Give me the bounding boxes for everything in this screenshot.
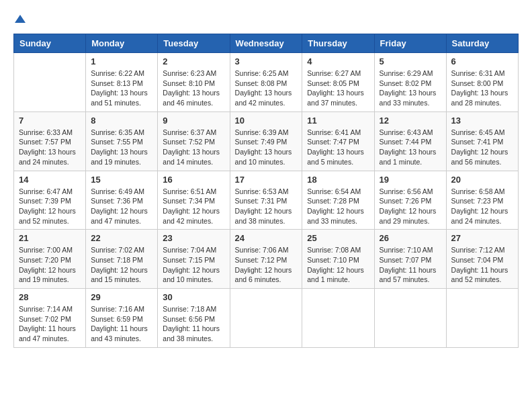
day-info-line: Sunrise: 6:23 AM bbox=[163, 69, 216, 77]
day-info-line: Sunset: 8:02 PM bbox=[380, 79, 432, 87]
day-info-line: and 29 minutes. bbox=[380, 217, 430, 225]
day-info-line: Sunset: 7:31 PM bbox=[235, 197, 287, 205]
day-info-line: Sunset: 7:12 PM bbox=[235, 256, 287, 264]
day-info: Sunrise: 6:25 AMSunset: 8:08 PMDaylight:… bbox=[235, 68, 298, 108]
day-info: Sunrise: 6:29 AMSunset: 8:02 PMDaylight:… bbox=[380, 68, 441, 108]
day-info-line: and 57 minutes. bbox=[380, 275, 430, 283]
day-info-line: Sunset: 7:07 PM bbox=[380, 256, 432, 264]
day-info-line: Daylight: 13 hours bbox=[91, 89, 148, 97]
day-info: Sunrise: 6:51 AMSunset: 7:34 PMDaylight:… bbox=[163, 187, 224, 226]
day-info-line: Daylight: 13 hours bbox=[235, 148, 292, 156]
day-info-line: Sunrise: 7:12 AM bbox=[451, 246, 505, 254]
day-info-line: Daylight: 12 hours bbox=[235, 266, 292, 274]
day-info-line: Sunset: 6:56 PM bbox=[163, 315, 215, 323]
day-info-line: Daylight: 12 hours bbox=[91, 207, 148, 215]
calendar-cell bbox=[14, 53, 86, 112]
day-info-line: Sunset: 7:52 PM bbox=[163, 138, 215, 146]
day-info-line: Daylight: 12 hours bbox=[163, 266, 220, 274]
calendar-cell: 18Sunrise: 6:54 AMSunset: 7:28 PMDayligh… bbox=[302, 171, 374, 230]
day-info-line: Sunrise: 7:10 AM bbox=[380, 246, 433, 254]
day-info-line: and 6 minutes. bbox=[235, 275, 281, 283]
day-info: Sunrise: 7:06 AMSunset: 7:12 PMDaylight:… bbox=[235, 245, 298, 285]
day-info-line: Daylight: 12 hours bbox=[235, 207, 292, 215]
calendar-cell bbox=[446, 289, 518, 348]
day-info: Sunrise: 6:45 AMSunset: 7:41 PMDaylight:… bbox=[451, 128, 513, 167]
day-number: 9 bbox=[163, 116, 224, 126]
day-info-line: Daylight: 12 hours bbox=[380, 207, 437, 215]
day-info: Sunrise: 6:58 AMSunset: 7:23 PMDaylight:… bbox=[451, 187, 513, 226]
day-info-line: Sunset: 8:08 PM bbox=[235, 79, 287, 87]
calendar-cell: 28Sunrise: 7:14 AMSunset: 7:02 PMDayligh… bbox=[14, 289, 86, 348]
day-info-line: Sunrise: 6:33 AM bbox=[19, 128, 73, 136]
calendar-cell: 9Sunrise: 6:37 AMSunset: 7:52 PMDaylight… bbox=[158, 111, 230, 171]
day-info-line: and 42 minutes. bbox=[235, 99, 285, 107]
day-info: Sunrise: 6:35 AMSunset: 7:55 PMDaylight:… bbox=[91, 128, 152, 167]
calendar-week-3: 14Sunrise: 6:47 AMSunset: 7:39 PMDayligh… bbox=[14, 171, 519, 230]
day-info-line: Daylight: 12 hours bbox=[91, 266, 148, 274]
calendar-week-4: 21Sunrise: 7:00 AMSunset: 7:20 PMDayligh… bbox=[14, 230, 519, 289]
day-info-line: and 33 minutes. bbox=[307, 217, 357, 225]
calendar-cell: 16Sunrise: 6:51 AMSunset: 7:34 PMDayligh… bbox=[158, 171, 230, 230]
day-info-line: Sunset: 8:10 PM bbox=[163, 79, 215, 87]
day-number: 25 bbox=[307, 233, 369, 243]
page-header bbox=[13, 13, 519, 27]
day-number: 6 bbox=[451, 56, 513, 66]
day-info-line: Sunset: 7:18 PM bbox=[91, 256, 143, 264]
day-info: Sunrise: 6:43 AMSunset: 7:44 PMDaylight:… bbox=[380, 128, 441, 167]
day-info: Sunrise: 7:18 AMSunset: 6:56 PMDaylight:… bbox=[163, 304, 224, 344]
day-info-line: and 47 minutes. bbox=[19, 334, 69, 342]
calendar-cell: 22Sunrise: 7:02 AMSunset: 7:18 PMDayligh… bbox=[86, 230, 158, 289]
day-info-line: Sunset: 7:57 PM bbox=[19, 138, 71, 146]
calendar-cell: 25Sunrise: 7:08 AMSunset: 7:10 PMDayligh… bbox=[302, 230, 374, 289]
day-info-line: Daylight: 13 hours bbox=[91, 148, 148, 156]
day-info-line: Sunrise: 7:18 AM bbox=[163, 305, 216, 313]
day-info-line: and 38 minutes. bbox=[235, 217, 285, 225]
day-info-line: Sunrise: 7:04 AM bbox=[163, 246, 216, 254]
calendar-cell: 29Sunrise: 7:16 AMSunset: 6:59 PMDayligh… bbox=[86, 289, 158, 348]
day-info: Sunrise: 6:47 AMSunset: 7:39 PMDaylight:… bbox=[19, 187, 81, 226]
day-info-line: Daylight: 12 hours bbox=[307, 266, 364, 274]
calendar-cell: 11Sunrise: 6:41 AMSunset: 7:47 PMDayligh… bbox=[302, 111, 374, 171]
calendar-cell: 6Sunrise: 6:31 AMSunset: 8:00 PMDaylight… bbox=[446, 53, 518, 112]
day-info-line: Sunrise: 6:58 AM bbox=[451, 187, 505, 195]
logo-icon bbox=[15, 13, 26, 24]
day-number: 2 bbox=[163, 56, 224, 66]
day-info-line: and 42 minutes. bbox=[163, 217, 213, 225]
day-number: 12 bbox=[380, 116, 441, 126]
day-info: Sunrise: 7:02 AMSunset: 7:18 PMDaylight:… bbox=[91, 245, 152, 285]
day-info: Sunrise: 6:37 AMSunset: 7:52 PMDaylight:… bbox=[163, 128, 224, 167]
day-info-line: and 56 minutes. bbox=[451, 158, 502, 166]
day-info: Sunrise: 7:10 AMSunset: 7:07 PMDaylight:… bbox=[380, 245, 441, 285]
day-info-line: Sunset: 7:02 PM bbox=[19, 315, 71, 323]
day-info-line: Sunset: 7:36 PM bbox=[91, 197, 143, 205]
day-info-line: Sunrise: 6:27 AM bbox=[307, 69, 361, 77]
day-info-line: Sunrise: 6:39 AM bbox=[235, 128, 289, 136]
day-number: 15 bbox=[91, 175, 152, 185]
day-info-line: and 28 minutes. bbox=[451, 99, 502, 107]
day-number: 8 bbox=[91, 116, 152, 126]
header-thursday: Thursday bbox=[302, 34, 374, 53]
day-info-line: Daylight: 13 hours bbox=[307, 148, 364, 156]
calendar-cell: 27Sunrise: 7:12 AMSunset: 7:04 PMDayligh… bbox=[446, 230, 518, 289]
day-info-line: and 5 minutes. bbox=[307, 158, 353, 166]
day-info: Sunrise: 6:39 AMSunset: 7:49 PMDaylight:… bbox=[235, 128, 298, 167]
calendar-cell: 7Sunrise: 6:33 AMSunset: 7:57 PMDaylight… bbox=[14, 111, 86, 171]
day-info: Sunrise: 6:22 AMSunset: 8:13 PMDaylight:… bbox=[91, 68, 152, 108]
logo bbox=[13, 13, 26, 27]
day-info: Sunrise: 6:53 AMSunset: 7:31 PMDaylight:… bbox=[235, 187, 298, 226]
day-info-line: Sunset: 7:41 PM bbox=[451, 138, 504, 146]
calendar-cell bbox=[302, 289, 374, 348]
day-info-line: Sunset: 7:55 PM bbox=[91, 138, 143, 146]
day-info-line: Sunset: 7:04 PM bbox=[451, 256, 504, 264]
day-info-line: Sunrise: 6:56 AM bbox=[380, 187, 433, 195]
day-info-line: and 33 minutes. bbox=[380, 99, 430, 107]
day-info-line: Sunset: 7:10 PM bbox=[307, 256, 359, 264]
day-info-line: Sunrise: 6:22 AM bbox=[91, 69, 144, 77]
calendar-cell: 14Sunrise: 6:47 AMSunset: 7:39 PMDayligh… bbox=[14, 171, 86, 230]
day-info-line: and 24 minutes. bbox=[451, 217, 502, 225]
day-info-line: Sunrise: 6:41 AM bbox=[307, 128, 361, 136]
day-info: Sunrise: 7:12 AMSunset: 7:04 PMDaylight:… bbox=[451, 245, 513, 285]
day-info: Sunrise: 6:56 AMSunset: 7:26 PMDaylight:… bbox=[380, 187, 441, 226]
day-number: 24 bbox=[235, 233, 298, 243]
day-info-line: and 24 minutes. bbox=[19, 158, 69, 166]
